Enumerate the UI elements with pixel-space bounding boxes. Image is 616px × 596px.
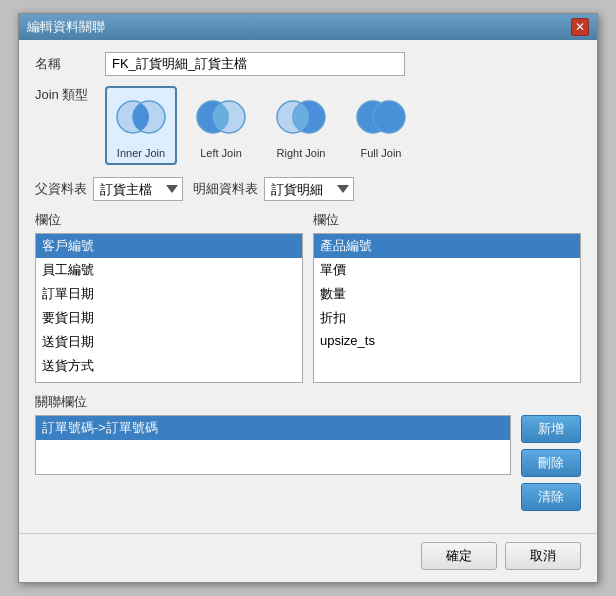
parent-table-select[interactable]: 訂貨主檔 xyxy=(93,177,183,201)
inner-join-icon xyxy=(111,92,171,145)
delete-button[interactable]: 刪除 xyxy=(521,449,581,477)
dialog-footer: 確定 取消 xyxy=(19,533,597,582)
parent-field-item[interactable]: 客戶編號 xyxy=(36,234,302,258)
action-buttons: 新增 刪除 清除 xyxy=(521,415,581,511)
parent-table-group: 父資料表 訂貨主檔 xyxy=(35,177,183,201)
close-button[interactable]: ✕ xyxy=(571,18,589,36)
parent-field-item[interactable]: 員工編號 xyxy=(36,258,302,282)
cancel-button[interactable]: 取消 xyxy=(505,542,581,570)
dialog-title: 編輯資料關聯 xyxy=(27,18,105,36)
name-input[interactable] xyxy=(105,52,405,76)
parent-field-item[interactable]: 運費 xyxy=(36,378,302,383)
tables-row: 父資料表 訂貨主檔 明細資料表 訂貨明細 xyxy=(35,177,581,201)
parent-field-item[interactable]: 送貨日期 xyxy=(36,330,302,354)
related-fields-list[interactable]: 訂單號碼->訂單號碼 xyxy=(35,415,511,475)
inner-join-label: Inner Join xyxy=(117,147,165,159)
join-type-row: Join 類型 Inner Join xyxy=(35,86,581,165)
detail-field-item[interactable]: upsize_ts xyxy=(314,330,580,351)
join-type-label: Join 類型 xyxy=(35,86,105,104)
parent-table-label: 父資料表 xyxy=(35,180,87,198)
inner-join-option[interactable]: Inner Join xyxy=(105,86,177,165)
detail-field-item[interactable]: 數量 xyxy=(314,282,580,306)
detail-table-select[interactable]: 訂貨明細 xyxy=(264,177,354,201)
full-join-option[interactable]: Full Join xyxy=(345,86,417,165)
dialog-body: 名稱 Join 類型 xyxy=(19,40,597,533)
detail-field-item[interactable]: 單價 xyxy=(314,258,580,282)
parent-fields-label: 欄位 xyxy=(35,211,303,229)
related-fields-label: 關聯欄位 xyxy=(35,393,581,411)
parent-field-item[interactable]: 訂單日期 xyxy=(36,282,302,306)
detail-table-group: 明細資料表 訂貨明細 xyxy=(193,177,354,201)
clear-button[interactable]: 清除 xyxy=(521,483,581,511)
add-button[interactable]: 新增 xyxy=(521,415,581,443)
name-label: 名稱 xyxy=(35,55,105,73)
right-join-icon xyxy=(271,92,331,145)
title-bar: 編輯資料關聯 ✕ xyxy=(19,14,597,40)
left-join-label: Left Join xyxy=(200,147,242,159)
parent-field-panel: 欄位 客戶編號 員工編號 訂單日期 要貨日期 送貨日期 送貨方式 運費 收貨人 … xyxy=(35,211,303,383)
full-join-label: Full Join xyxy=(361,147,402,159)
join-options: Inner Join Left Join xyxy=(105,86,417,165)
svg-point-13 xyxy=(373,101,405,133)
parent-field-list[interactable]: 客戶編號 員工編號 訂單日期 要貨日期 送貨日期 送貨方式 運費 收貨人 收貨地… xyxy=(35,233,303,383)
related-field-item[interactable]: 訂單號碼->訂單號碼 xyxy=(36,416,510,440)
right-join-option[interactable]: Right Join xyxy=(265,86,337,165)
fields-container: 欄位 客戶編號 員工編號 訂單日期 要貨日期 送貨日期 送貨方式 運費 收貨人 … xyxy=(35,211,581,383)
parent-field-item[interactable]: 送貨方式 xyxy=(36,354,302,378)
parent-field-item[interactable]: 要貨日期 xyxy=(36,306,302,330)
left-join-icon xyxy=(191,92,251,145)
detail-fields-label: 欄位 xyxy=(313,211,581,229)
detail-field-list[interactable]: 產品編號 單價 數量 折扣 upsize_ts xyxy=(313,233,581,383)
left-join-option[interactable]: Left Join xyxy=(185,86,257,165)
detail-field-item[interactable]: 折扣 xyxy=(314,306,580,330)
detail-field-panel: 欄位 產品編號 單價 數量 折扣 upsize_ts xyxy=(313,211,581,383)
full-join-icon xyxy=(351,92,411,145)
related-fields-section: 關聯欄位 訂單號碼->訂單號碼 新增 刪除 清除 xyxy=(35,393,581,511)
detail-table-label: 明細資料表 xyxy=(193,180,258,198)
name-row: 名稱 xyxy=(35,52,581,76)
confirm-button[interactable]: 確定 xyxy=(421,542,497,570)
right-join-label: Right Join xyxy=(277,147,326,159)
edit-relation-dialog: 編輯資料關聯 ✕ 名稱 Join 類型 xyxy=(18,13,598,583)
related-fields-row: 訂單號碼->訂單號碼 新增 刪除 清除 xyxy=(35,415,581,511)
detail-field-item[interactable]: 產品編號 xyxy=(314,234,580,258)
